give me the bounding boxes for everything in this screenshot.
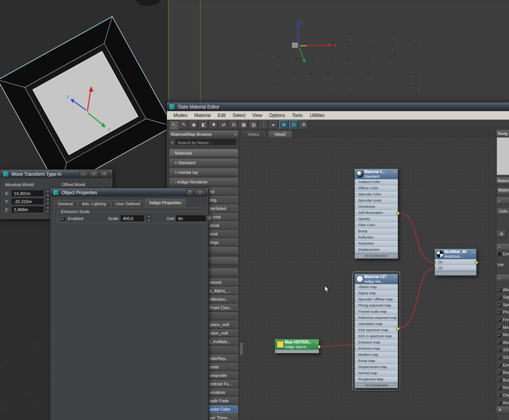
node-slot[interactable]: Emission map: [355, 340, 398, 346]
spinner-down-icon[interactable]: ▾: [46, 210, 50, 213]
node-slot[interactable]: Refraction: [355, 241, 398, 247]
scrollbar-handle[interactable]: [239, 342, 244, 356]
slot-connector[interactable]: [355, 329, 356, 332]
node-slot[interactable]: Self-Illumination: [355, 210, 398, 216]
close-icon[interactable]: ×: [234, 132, 237, 137]
slot-connector[interactable]: [355, 323, 356, 325]
map-enable-checkbox[interactable]: ✓: [497, 333, 502, 337]
zoom-region-icon[interactable]: ⊡: [289, 120, 298, 129]
scene-object-marker[interactable]: [293, 72, 295, 73]
slot-connector[interactable]: [355, 360, 356, 362]
map-enable-checkbox[interactable]: ✓: [497, 310, 502, 315]
browser-group[interactable]: + Standard: [170, 159, 238, 167]
node-slot[interactable]: Emission map: [355, 346, 398, 352]
menu-view[interactable]: View: [249, 112, 266, 119]
node-slot[interactable]: Specular Level: [355, 198, 398, 204]
node-slot[interactable]: Sigma map: [355, 290, 398, 297]
scene-object-marker[interactable]: [415, 45, 417, 45]
slot-connector[interactable]: [355, 230, 356, 233]
emission-checkbox[interactable]: [497, 252, 502, 256]
scene-object-marker[interactable]: [369, 58, 370, 58]
value-spinner[interactable]: ▴▾: [46, 190, 50, 197]
show-background-icon[interactable]: ▦: [239, 120, 248, 129]
collapse-icon[interactable]: –: [472, 249, 475, 254]
map-enable-checkbox[interactable]: ✓: [497, 302, 502, 307]
filter-icon[interactable]: ▼: [170, 141, 174, 145]
scene-object-marker[interactable]: [330, 93, 332, 94]
scene-object-marker[interactable]: [327, 73, 329, 74]
tab-indigo-properties[interactable]: Indigo Properties: [145, 199, 185, 207]
pick-material-from-object-icon[interactable]: ✎: [179, 120, 188, 129]
axis-value-field[interactable]: -32,315m: [12, 198, 44, 205]
map-enable-checkbox[interactable]: ✓: [497, 370, 502, 375]
node-slot[interactable]: Ambient Color: [355, 179, 398, 185]
slot-connector[interactable]: [355, 372, 356, 375]
scene-object-marker[interactable]: [394, 33, 396, 34]
view-tab-view2[interactable]: View2: [269, 131, 292, 138]
dialog-title-bar[interactable]: Object Properties ? ×: [51, 188, 208, 197]
spinner-up-icon[interactable]: ▴: [46, 198, 50, 202]
scene-object-marker[interactable]: [367, 73, 369, 74]
slot-connector[interactable]: [355, 378, 356, 381]
map-enable-checkbox[interactable]: ✓: [497, 287, 502, 292]
menu-material[interactable]: Material: [191, 112, 214, 119]
collapse-icon[interactable]: –: [315, 340, 317, 344]
al-button[interactable]: Al: [497, 231, 506, 238]
scene-object-marker[interactable]: [416, 93, 417, 94]
options-icon[interactable]: ⋮: [259, 120, 268, 129]
map-enable-checkbox[interactable]: ✓: [497, 355, 502, 360]
slot-connector[interactable]: [355, 310, 356, 313]
slate-title-bar[interactable]: Slate Material Editor: [167, 102, 509, 111]
scene-object-marker[interactable]: [257, 50, 259, 51]
rollout-bar[interactable]: -: [497, 275, 509, 282]
rollout-bar[interactable]: -: [497, 244, 509, 251]
output-connector[interactable]: [317, 345, 321, 348]
scale-field[interactable]: 400,0: [121, 215, 145, 222]
pan-tool-icon[interactable]: ⊕: [279, 120, 288, 129]
material-selector-dropdown[interactable]: Material #: [497, 187, 509, 194]
slot-connector[interactable]: [355, 286, 356, 288]
node-slot[interactable]: Diffuse Color: [355, 185, 398, 192]
output-connector[interactable]: [475, 261, 478, 264]
scene-object-marker[interactable]: [415, 74, 417, 75]
navigator-header[interactable]: Navig...: [496, 130, 509, 138]
scene-object-marker[interactable]: [330, 58, 332, 59]
slot-connector[interactable]: [355, 181, 356, 183]
node-header[interactable]: Material #27Indigo Ma...–: [355, 274, 398, 284]
minimize-icon[interactable]: –: [79, 171, 88, 177]
node-slot[interactable]: SSS spectrum map: [355, 327, 398, 333]
slot-connector[interactable]: [355, 292, 356, 295]
node-map[interactable]: Map #207029...Indigo Spectr...–: [275, 339, 319, 353]
define-button[interactable]: Defin: [497, 208, 509, 215]
node-slot[interactable]: Normal map: [355, 370, 398, 377]
scene-object-marker[interactable]: [389, 58, 391, 58]
collapse-icon[interactable]: –: [394, 169, 396, 174]
scene-object-marker[interactable]: [394, 55, 396, 56]
close-icon[interactable]: ×: [100, 171, 109, 177]
spinner-up-icon[interactable]: ▴: [46, 206, 50, 210]
chevron-down-icon[interactable]: ▾: [206, 215, 213, 222]
axis-value-field[interactable]: 2,968m: [12, 207, 44, 213]
dialog-title-bar[interactable]: Move Transform Type-In – □ ×: [1, 170, 112, 178]
node-header[interactable]: Map #207029...Indigo Spectr...–: [275, 339, 319, 350]
select-tool-icon[interactable]: ↖: [169, 120, 178, 129]
menu-edit[interactable]: Edit: [214, 112, 229, 119]
slot-connector[interactable]: [355, 317, 356, 319]
map-enable-checkbox[interactable]: ✓: [497, 325, 502, 330]
node-slot[interactable]: Displacement: [355, 247, 398, 253]
menu-modes[interactable]: Modes: [170, 112, 191, 119]
scene-object-marker[interactable]: [349, 93, 351, 94]
node-slot[interactable]: Bump: [355, 228, 398, 235]
node-slot[interactable]: Medium map: [355, 352, 398, 358]
slot-connector[interactable]: [355, 224, 356, 227]
maximize-icon[interactable]: □: [89, 171, 98, 177]
slot-connector[interactable]: [355, 341, 356, 344]
axis-value-field[interactable]: 14,301m: [12, 190, 44, 197]
map-enable-checkbox[interactable]: ✓: [497, 363, 502, 367]
node-indigo[interactable]: Material #27Indigo Ma...–Albedo mapSigma…: [354, 273, 398, 388]
scene-object-marker[interactable]: [278, 56, 280, 57]
slot-connector[interactable]: [435, 261, 436, 263]
node-slot[interactable]: Specular / diffuse map: [355, 297, 398, 303]
menu-select[interactable]: Select: [229, 112, 249, 119]
spinner-up-icon[interactable]: ▴: [46, 190, 50, 193]
